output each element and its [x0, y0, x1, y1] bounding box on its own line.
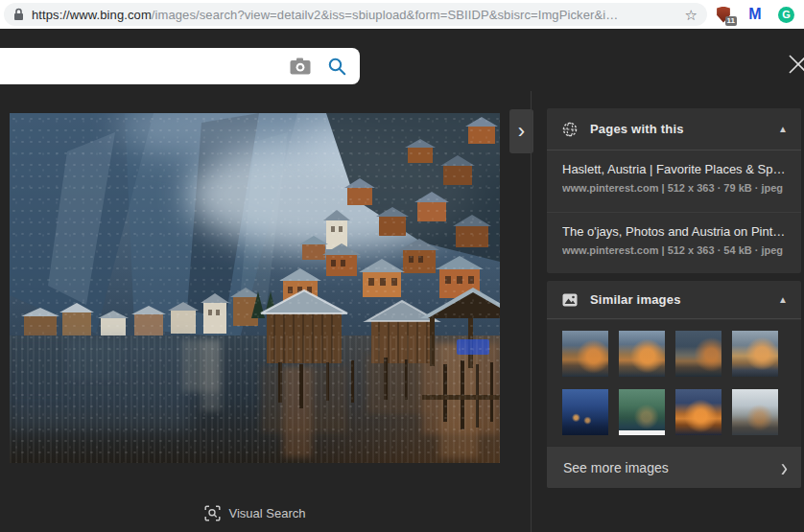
similar-image-thumbnail[interactable] — [619, 389, 665, 435]
similar-image-thumbnail[interactable] — [562, 331, 608, 377]
globe-icon — [562, 122, 578, 137]
url-text: https://www.bing.com/images/search?view=… — [32, 8, 677, 22]
visual-search-label: Visual Search — [229, 506, 306, 520]
malwarebytes-extension-icon[interactable]: M — [746, 6, 764, 23]
section-title: Similar images — [590, 292, 766, 307]
panel-divider — [531, 91, 532, 532]
result-meta: www.pinterest.com | 512 x 363 · 79 kB · … — [562, 182, 786, 194]
lock-icon — [13, 8, 24, 21]
page-result-2[interactable]: The o'jays, Photos and Austria on Pint… … — [547, 212, 801, 273]
grammarly-letter: G — [782, 9, 791, 20]
result-title: Haslett, Austria | Favorite Places & Sp… — [562, 162, 786, 176]
bookmark-star-icon[interactable]: ☆ — [685, 8, 698, 22]
address-bar[interactable]: https://www.bing.com/images/search?view=… — [4, 3, 707, 26]
similar-image-thumbnail[interactable] — [619, 331, 665, 377]
hallstatt-photo-illustration — [10, 113, 500, 463]
browser-toolbar: https://www.bing.com/images/search?view=… — [0, 0, 804, 29]
url-domain: https://www.bing.com — [32, 8, 152, 22]
chevron-right-icon: › — [781, 454, 788, 481]
search-input[interactable] — [0, 48, 290, 84]
search-icon[interactable] — [328, 58, 346, 76]
pages-with-this-header[interactable]: Pages with this ▲ — [547, 108, 801, 150]
adblock-extension-icon[interactable]: 11 — [715, 6, 732, 23]
browser-window: https://www.bing.com/images/search?view=… — [0, 0, 804, 532]
visual-search-icon — [204, 505, 221, 521]
similar-image-thumbnail[interactable] — [675, 331, 721, 377]
searchbox-icons — [290, 58, 360, 76]
result-meta: www.pinterest.com | 512 x 363 · 54 kB · … — [562, 244, 786, 256]
result-title: The o'jays, Photos and Austria on Pint… — [562, 224, 786, 239]
similar-image-thumbnail[interactable] — [562, 389, 608, 435]
section-title: Pages with this — [590, 122, 766, 136]
detail-panel: Pages with this ▲ Haslett, Austria | Fav… — [547, 29, 801, 532]
see-more-label: See more images — [563, 460, 781, 475]
similar-images-grid — [547, 320, 801, 446]
extensions-area: 11 M G — [715, 0, 794, 29]
next-chevron-icon: › — [518, 119, 525, 144]
query-image[interactable] — [10, 113, 500, 463]
page-result-1[interactable]: Haslett, Austria | Favorite Places & Sp…… — [547, 150, 801, 212]
bing-visual-search-page: › Visual Search — [0, 29, 804, 532]
pages-with-this-section: Pages with this ▲ Haslett, Austria | Fav… — [547, 108, 801, 273]
url-path: /images/search?view=detailv2&iss=sbiuplo… — [152, 8, 618, 22]
collapse-arrow-icon[interactable]: ▲ — [778, 294, 788, 305]
collapse-arrow-icon[interactable]: ▲ — [778, 124, 788, 134]
image-icon — [562, 293, 578, 307]
similar-image-thumbnail[interactable] — [732, 389, 778, 435]
similar-image-thumbnail[interactable] — [675, 389, 721, 435]
camera-icon[interactable] — [290, 58, 311, 75]
see-more-images-button[interactable]: See more images › — [547, 446, 801, 488]
similar-images-section: Similar images ▲ See more images › — [547, 281, 801, 488]
extension-badge: 11 — [725, 16, 737, 26]
similar-images-header[interactable]: Similar images ▲ — [547, 281, 801, 319]
grammarly-extension-icon[interactable]: G — [778, 7, 794, 23]
visual-search-button[interactable]: Visual Search — [10, 498, 500, 527]
similar-image-thumbnail[interactable] — [732, 331, 778, 377]
image-search-box[interactable] — [0, 48, 360, 84]
